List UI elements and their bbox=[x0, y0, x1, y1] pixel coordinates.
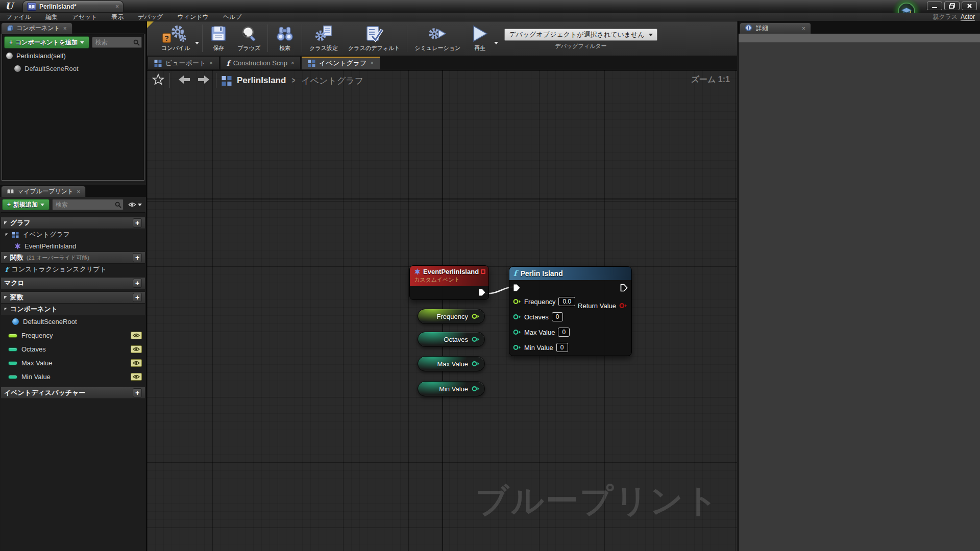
return-value-pin-icon[interactable] bbox=[619, 303, 627, 309]
var-get-frequency[interactable]: Frequency bbox=[418, 309, 485, 324]
add-variable-button[interactable]: + bbox=[133, 293, 142, 302]
find-button[interactable]: 検索 bbox=[270, 21, 300, 55]
component-row-self[interactable]: PerlinIsland(self) bbox=[4, 51, 142, 61]
compile-options-caret-icon[interactable] bbox=[195, 42, 199, 44]
value-input-max-value[interactable]: 0 bbox=[558, 328, 570, 337]
close-button[interactable] bbox=[962, 2, 977, 10]
variable-row-octaves[interactable]: Octaves bbox=[1, 342, 145, 356]
add-component-button[interactable]: + コンポーネントを追加 bbox=[4, 36, 89, 48]
variable-visibility-toggle[interactable] bbox=[131, 345, 142, 353]
main-column: ? コンパイル 保存 ブラウズ bbox=[147, 21, 737, 551]
exec-output-pin[interactable] bbox=[620, 284, 628, 292]
var-get-max-value[interactable]: Max Value bbox=[418, 356, 485, 371]
play-options-caret-icon[interactable] bbox=[494, 42, 498, 44]
node-event-perlinisland[interactable]: EventPerlinIsland カスタムイベント bbox=[409, 265, 489, 300]
output-pin-row-return-value: Return Value bbox=[578, 298, 627, 313]
menu-asset[interactable]: アセット bbox=[72, 13, 97, 21]
event-graph-row[interactable]: イベントグラフ bbox=[1, 229, 145, 240]
variable-visibility-toggle[interactable] bbox=[131, 332, 142, 339]
unreal-logo-icon: U bbox=[5, 1, 13, 11]
variable-visibility-toggle[interactable] bbox=[131, 373, 142, 381]
menu-window[interactable]: ウィンドウ bbox=[177, 13, 208, 21]
variable-row-frequency[interactable]: Frequency bbox=[1, 329, 145, 342]
back-arrow-icon[interactable] bbox=[177, 74, 191, 87]
asset-tab-close-icon[interactable]: × bbox=[115, 4, 119, 10]
compile-button[interactable]: ? コンパイル bbox=[156, 21, 195, 55]
menu-edit[interactable]: 編集 bbox=[45, 13, 58, 21]
tab-construction-script[interactable]: f Construction Scrip × bbox=[220, 56, 301, 70]
minimize-button[interactable] bbox=[927, 2, 942, 10]
var-get-min-value[interactable]: Min Value bbox=[418, 381, 485, 396]
variable-row-max-value[interactable]: Max Value bbox=[1, 356, 145, 370]
menu-view[interactable]: 表示 bbox=[111, 13, 124, 21]
eye-icon bbox=[133, 347, 140, 352]
graphs-section-header[interactable]: グラフ + bbox=[1, 217, 145, 229]
tab-components[interactable]: コンポーネント × bbox=[1, 22, 72, 34]
forward-arrow-icon[interactable] bbox=[197, 74, 211, 87]
menu-debug[interactable]: デバッグ bbox=[138, 13, 163, 21]
event-node-row[interactable]: EventPerlinIsland bbox=[1, 240, 145, 252]
exec-input-pin[interactable] bbox=[513, 284, 521, 292]
construction-script-row[interactable]: f コンストラクションスクリプト bbox=[1, 264, 145, 275]
int-pin-icon[interactable] bbox=[472, 386, 480, 392]
int-pin-icon[interactable] bbox=[513, 344, 521, 350]
int-pin-icon[interactable] bbox=[472, 361, 480, 367]
tab-viewport[interactable]: ビューポート × bbox=[148, 56, 219, 70]
float-pin-icon[interactable] bbox=[513, 298, 521, 305]
int-pin-icon[interactable] bbox=[472, 336, 480, 342]
value-input-min-value[interactable]: 0 bbox=[556, 343, 568, 352]
add-new-button[interactable]: + 新規追加 bbox=[2, 199, 50, 210]
event-graph-canvas[interactable]: PerlinIsland > イベントグラフ ズーム 1:1 EventPerl… bbox=[147, 70, 737, 551]
menu-help[interactable]: ヘルプ bbox=[223, 13, 242, 21]
save-button[interactable]: 保存 bbox=[205, 21, 232, 55]
details-tab-close-icon[interactable]: × bbox=[802, 26, 805, 32]
components-category-row[interactable]: コンポーネント bbox=[1, 304, 145, 315]
parent-class-link[interactable]: Actor bbox=[961, 13, 975, 21]
macros-section-header[interactable]: マクロ + bbox=[1, 277, 145, 289]
play-button[interactable]: 再生 bbox=[465, 21, 494, 55]
breadcrumb-current[interactable]: イベントグラフ bbox=[301, 75, 363, 87]
add-macro-button[interactable]: + bbox=[133, 279, 142, 288]
int-pin-icon[interactable] bbox=[513, 329, 521, 335]
event-dispatchers-section-header[interactable]: イベントディスパッチャー + bbox=[1, 387, 145, 399]
exec-output-pin[interactable] bbox=[478, 288, 486, 296]
delegate-pin[interactable] bbox=[481, 269, 485, 274]
my-blueprint-tab-close-icon[interactable]: × bbox=[77, 189, 80, 195]
restore-button[interactable] bbox=[944, 2, 960, 10]
add-graph-button[interactable]: + bbox=[133, 218, 142, 228]
asset-tab-perlinisland[interactable]: PerlinIsland* × bbox=[22, 1, 124, 12]
tab-close-icon[interactable]: × bbox=[291, 60, 294, 66]
tab-details[interactable]: i 詳細 × bbox=[740, 22, 811, 34]
add-function-button[interactable]: + bbox=[133, 253, 142, 262]
tab-event-graph[interactable]: イベントグラフ × bbox=[301, 56, 380, 70]
simulate-button[interactable]: シミュレーション bbox=[409, 21, 465, 55]
var-get-octaves[interactable]: Octaves bbox=[418, 332, 485, 347]
class-defaults-button[interactable]: クラスのデフォルト bbox=[343, 21, 405, 55]
breadcrumb-root[interactable]: PerlinIsland bbox=[237, 76, 286, 86]
functions-section-header[interactable]: 関数 (21 オーバーライド可能) + bbox=[1, 252, 145, 264]
tab-close-icon[interactable]: × bbox=[209, 60, 212, 66]
menu-file[interactable]: ファイル bbox=[6, 13, 31, 21]
value-input-frequency[interactable]: 0.0 bbox=[558, 297, 575, 306]
float-pin-icon[interactable] bbox=[472, 313, 480, 319]
input-pin-row-octaves: Octaves 0 bbox=[513, 309, 575, 324]
variables-section-header[interactable]: 変数 + bbox=[1, 291, 145, 304]
variable-visibility-toggle[interactable] bbox=[131, 359, 142, 367]
my-blueprint-search-input[interactable] bbox=[52, 199, 124, 210]
debug-object-dropdown[interactable]: デバッグオブジェクトが選択されていません bbox=[504, 29, 657, 41]
browse-button[interactable]: ブラウズ bbox=[232, 21, 265, 55]
components-tab-close-icon[interactable]: × bbox=[63, 26, 67, 32]
class-settings-button[interactable]: クラス設定 bbox=[304, 21, 343, 55]
tab-my-blueprint[interactable]: マイブループリント × bbox=[1, 186, 86, 197]
favorite-star-icon[interactable] bbox=[152, 73, 164, 88]
tab-close-icon[interactable]: × bbox=[370, 60, 373, 66]
add-event-dispatcher-button[interactable]: + bbox=[133, 388, 142, 397]
variable-row-defaultsceneroot[interactable]: DefaultSceneRoot bbox=[1, 315, 145, 329]
node-perlin-island[interactable]: f Perlin Island bbox=[509, 266, 632, 356]
value-input-octaves[interactable]: 0 bbox=[552, 312, 564, 321]
int-pin-icon[interactable] bbox=[513, 314, 521, 320]
visibility-filter-button[interactable] bbox=[126, 199, 144, 210]
component-row-defaultsceneroot[interactable]: DefaultSceneRoot bbox=[4, 63, 142, 74]
variable-row-min-value[interactable]: Min Value bbox=[1, 370, 145, 384]
blueprint-book-icon bbox=[27, 3, 36, 11]
